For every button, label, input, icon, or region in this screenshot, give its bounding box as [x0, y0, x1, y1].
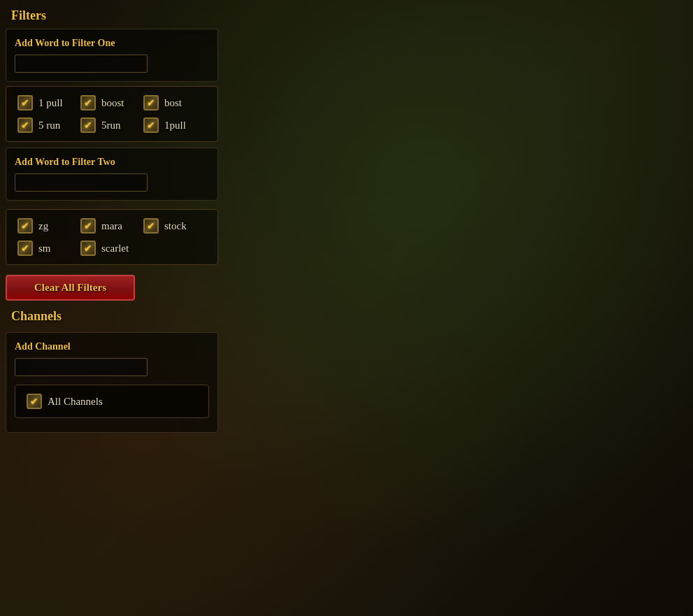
all-channels-row: All Channels: [27, 394, 197, 409]
filter-one-row-1: 1 pull boost bost: [17, 95, 206, 110]
filter-one-col-5run-nospace: 5run: [80, 117, 143, 133]
label-all-channels: All Channels: [48, 396, 103, 408]
label-5run: 5run: [101, 120, 121, 131]
filter-one-col-bost: bost: [143, 95, 206, 110]
filter-two-col-zg: zg: [17, 218, 80, 234]
label-zg: zg: [38, 220, 48, 232]
channels-title: Channels: [6, 306, 218, 329]
filter-one-col-1pull-nospace: 1pull: [143, 117, 206, 133]
filter-one-input[interactable]: [15, 55, 148, 73]
filter-one-col-5run: 5 run: [17, 117, 80, 133]
filter-one-col-1pull: 1 pull: [17, 95, 80, 110]
filter-two-col-stock: stock: [143, 218, 206, 234]
filter-two-input[interactable]: [15, 173, 148, 192]
add-channel-label: Add Channel: [15, 341, 209, 352]
filter-two-col-mara: mara: [80, 218, 143, 234]
main-panel: Filters Add Word to Filter One 1 pull bo…: [0, 0, 224, 438]
channels-grid: All Channels: [15, 385, 209, 418]
label-mara: mara: [101, 220, 122, 232]
checkbox-sm[interactable]: [17, 241, 33, 256]
filter-two-section: Add Word to Filter Two: [6, 148, 218, 201]
filters-title: Filters: [6, 6, 218, 29]
label-bost: bost: [164, 97, 182, 109]
checkbox-mara[interactable]: [80, 218, 96, 234]
filter-one-grid: 1 pull boost bost 5 run 5run 1pull: [6, 86, 218, 142]
channels-section: Add Channel All Channels: [6, 332, 218, 433]
filter-two-row-1: zg mara stock: [17, 218, 206, 234]
label-sm: sm: [38, 243, 51, 255]
label-scarlet: scarlet: [101, 243, 129, 255]
checkbox-scarlet[interactable]: [80, 241, 96, 256]
filter-two-col-scarlet: scarlet: [80, 241, 143, 256]
checkbox-5run-space[interactable]: [17, 117, 33, 133]
checkbox-all-channels[interactable]: [27, 394, 42, 409]
checkbox-bost[interactable]: [143, 95, 159, 110]
filter-two-row-2: sm scarlet: [17, 241, 206, 256]
filter-one-row-2: 5 run 5run 1pull: [17, 117, 206, 133]
checkbox-1pull[interactable]: [17, 95, 33, 110]
checkbox-5run[interactable]: [80, 117, 96, 133]
filter-one-section: Add Word to Filter One: [6, 29, 218, 82]
filter-one-label: Add Word to Filter One: [15, 38, 209, 49]
label-5run-space: 5 run: [38, 120, 60, 131]
checkbox-1pull-nospace[interactable]: [143, 117, 159, 133]
label-stock: stock: [164, 220, 187, 232]
filter-two-grid: zg mara stock sm scarlet: [6, 209, 218, 265]
checkbox-zg[interactable]: [17, 218, 33, 234]
filter-two-label: Add Word to Filter Two: [15, 157, 209, 168]
label-1pull-nospace: 1pull: [164, 120, 186, 131]
add-channel-input[interactable]: [15, 358, 148, 376]
filter-two-col-sm: sm: [17, 241, 80, 256]
all-channels-col: All Channels: [27, 394, 197, 409]
clear-all-filters-button[interactable]: Clear All Filters: [6, 275, 135, 301]
checkbox-boost[interactable]: [80, 95, 96, 110]
checkbox-stock[interactable]: [143, 218, 159, 234]
filter-one-col-boost: boost: [80, 95, 143, 110]
label-1pull: 1 pull: [38, 97, 63, 109]
label-boost: boost: [101, 97, 124, 109]
